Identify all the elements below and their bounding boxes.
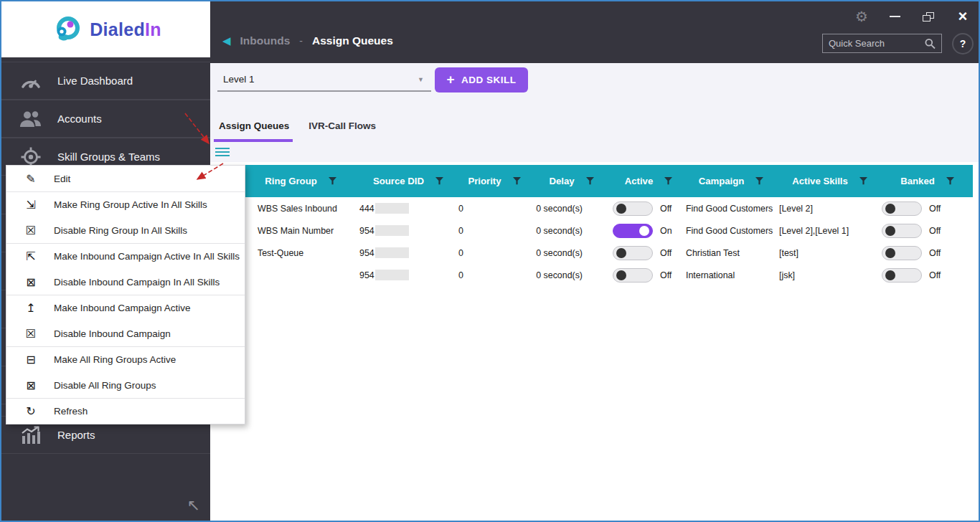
banked-toggle[interactable] — [882, 246, 922, 260]
menu-item-disable-inbound-campaign-all-skills[interactable]: ⊠Disable Inbound Campaign In All Skills — [6, 269, 245, 295]
priority-cell: 0 — [458, 242, 530, 264]
redacted-number — [375, 225, 409, 236]
breadcrumb-separator: - — [299, 35, 303, 47]
column-header-ring-group: Ring Group — [243, 165, 358, 197]
ring-group-cell — [243, 264, 358, 286]
dialedin-logo-icon — [50, 14, 83, 44]
add-skill-button[interactable]: + ADD SKILL — [435, 67, 528, 92]
restore-icon — [923, 12, 934, 22]
tab-ivr-call-flows[interactable]: IVR-Call Flows — [308, 120, 376, 131]
app-window: DialedIn Live Dashboard Accounts Skill G… — [0, 0, 980, 522]
main-content: Level 1 ▼ + ADD SKILL Assign Queues IVR-… — [210, 63, 979, 521]
filter-icon[interactable] — [664, 177, 672, 185]
sidebar-item-label: Live Dashboard — [57, 75, 133, 87]
tab-assign-queues[interactable]: Assign Queues — [219, 120, 289, 131]
active-cell: Off — [613, 197, 684, 219]
upload-icon: ↥ — [23, 301, 39, 315]
active-toggle[interactable] — [613, 268, 653, 283]
grid-menu-hamburger-icon[interactable] — [215, 148, 230, 158]
table-row: Test-Queue 954 0 0 second(s) Off Christi… — [243, 242, 973, 264]
logo-text-primary: Dialed — [90, 19, 145, 39]
settings-gear-icon[interactable]: ⚙ — [850, 6, 873, 27]
collapse-sidebar-icon[interactable]: ↖ — [187, 496, 200, 515]
table-header-row: Ring Group Source DID Priority Delay Act… — [243, 165, 973, 197]
close-button[interactable]: × — [951, 6, 974, 27]
active-skills-cell: [Level 2],[Level 1] — [778, 219, 882, 242]
active-toggle[interactable] — [613, 246, 653, 260]
menu-item-edit[interactable]: ✎Edit — [6, 166, 245, 191]
refresh-icon: ↻ — [23, 404, 39, 418]
ring-group-cell: Test-Queue — [243, 242, 358, 264]
redacted-number — [375, 247, 409, 258]
banked-cell: Off — [882, 197, 973, 219]
menu-item-disable-all-ring-groups[interactable]: ⊠Disable All Ring Groups — [6, 372, 245, 398]
quick-search-input[interactable] — [829, 38, 924, 49]
target-icon — [19, 146, 43, 168]
box-x-icon: ☒ — [23, 327, 39, 341]
delay-cell: 0 second(s) — [530, 219, 613, 242]
column-header-source-did: Source DID — [358, 165, 458, 197]
plus-icon: + — [446, 72, 455, 87]
filter-icon[interactable] — [859, 177, 867, 185]
filter-icon[interactable] — [435, 177, 443, 185]
active-tab-underline — [214, 139, 293, 142]
active-toggle[interactable] — [613, 224, 653, 238]
banked-toggle[interactable] — [882, 224, 922, 238]
menu-item-make-ring-group-active-all-skills[interactable]: ⇲Make Ring Group Active In All Skills — [6, 191, 245, 217]
ring-group-cell: WBS Main Number — [243, 219, 358, 242]
banked-cell: Off — [882, 219, 973, 242]
menu-item-make-all-ring-groups-active[interactable]: ⊟Make All Ring Groups Active — [6, 346, 245, 372]
active-skills-cell: [Level 2] — [778, 197, 882, 219]
column-header-banked: Banked — [882, 165, 973, 197]
delay-cell: 0 second(s) — [530, 264, 613, 286]
menu-item-disable-inbound-campaign[interactable]: ☒Disable Inbound Campaign — [6, 321, 245, 346]
filter-icon[interactable] — [946, 177, 954, 185]
search-icon[interactable] — [924, 38, 936, 49]
priority-cell: 0 — [458, 219, 530, 242]
breadcrumb-parent[interactable]: Inbounds — [240, 34, 291, 47]
menu-item-refresh[interactable]: ↻Refresh — [6, 398, 245, 424]
table-row: WBS Main Number 954 0 0 second(s) On Fin… — [243, 219, 973, 242]
restore-button[interactable] — [917, 6, 940, 27]
active-skills-cell: [jsk] — [778, 264, 882, 286]
column-header-campaign: Campaign — [684, 165, 778, 197]
logo-text: DialedIn — [90, 19, 161, 40]
filter-icon[interactable] — [755, 177, 763, 185]
banked-toggle[interactable] — [882, 268, 922, 283]
priority-cell: 0 — [458, 197, 530, 219]
skill-level-select[interactable]: Level 1 ▼ — [217, 69, 431, 92]
back-arrow-icon[interactable]: ◀ — [222, 34, 231, 47]
table-row: WBS Sales Inbound 444 0 0 second(s) Off … — [243, 197, 973, 219]
campaign-cell: Christian Test — [684, 242, 778, 264]
box-x-icon: ☒ — [23, 224, 39, 237]
redacted-number — [375, 203, 409, 214]
menu-item-make-inbound-campaign-active-all-skills[interactable]: ⇱Make Inbound Campaign Active In All Ski… — [6, 243, 245, 269]
minimize-icon — [890, 16, 900, 17]
filter-icon[interactable] — [586, 177, 594, 185]
help-button[interactable]: ? — [952, 33, 974, 54]
queues-table: Ring Group Source DID Priority Delay Act… — [243, 165, 973, 286]
sidebar-item-label: Skill Groups & Teams — [57, 151, 160, 163]
titlebar: ⚙ × ◀ Inbounds - Assign Queues ? — [210, 1, 979, 63]
sidebar-item-live-dashboard[interactable]: Live Dashboard — [1, 62, 210, 100]
active-toggle[interactable] — [613, 201, 653, 216]
tray-icon: ⊟ — [23, 353, 39, 366]
queues-grid-panel: Ring Group Source DID Priority Delay Act… — [210, 162, 979, 521]
minimize-button[interactable] — [883, 6, 906, 27]
sidebar-item-label: Accounts — [57, 113, 102, 125]
sidebar-item-accounts[interactable]: Accounts — [1, 100, 210, 138]
column-header-active-skills: Active Skills — [778, 165, 882, 197]
menu-item-make-inbound-campaign-active[interactable]: ↥Make Inbound Campaign Active — [6, 295, 245, 321]
campaign-cell: International — [684, 264, 778, 286]
filter-icon[interactable] — [329, 177, 336, 185]
column-header-active: Active — [613, 165, 684, 197]
banked-toggle[interactable] — [882, 201, 922, 216]
bar-chart-icon — [19, 425, 43, 445]
campaign-cell: Find Good Customers — [684, 219, 778, 242]
filter-icon[interactable] — [513, 177, 521, 185]
source-did-cell: 954 — [358, 219, 458, 242]
menu-item-disable-ring-group-all-skills[interactable]: ☒Disable Ring Group In All Skills — [6, 217, 245, 243]
tab-bar: Assign Queues IVR-Call Flows — [219, 120, 376, 131]
expand-arrows-icon: ⇱ — [23, 250, 39, 263]
table-x-icon: ⊠ — [23, 275, 39, 289]
